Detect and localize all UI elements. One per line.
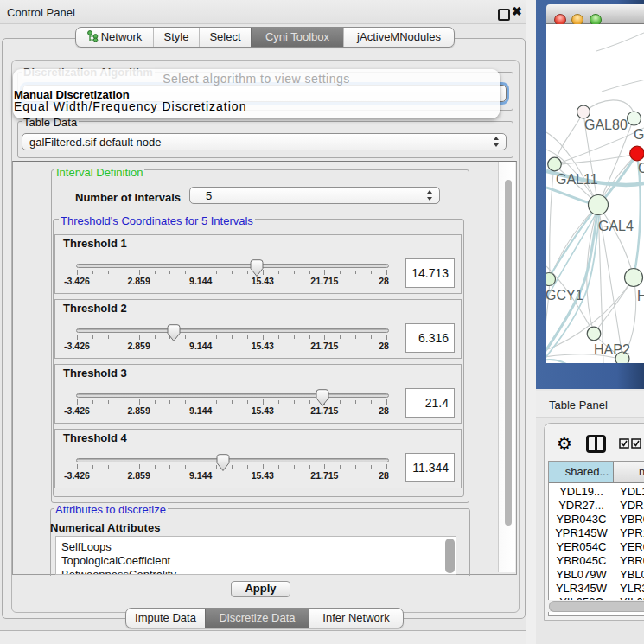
- svg-text:HIS7: HIS7: [637, 289, 644, 303]
- svg-text:GAL4: GAL4: [598, 219, 634, 233]
- svg-text:CDC1: CDC1: [638, 161, 644, 175]
- svg-text:HAP2: HAP2: [594, 342, 630, 357]
- svg-text:GAL7: GAL7: [634, 127, 644, 142]
- svg-text:GAL80: GAL80: [584, 118, 628, 132]
- svg-text:GCY1: GCY1: [546, 288, 583, 303]
- svg-text:GAL11: GAL11: [556, 172, 598, 187]
